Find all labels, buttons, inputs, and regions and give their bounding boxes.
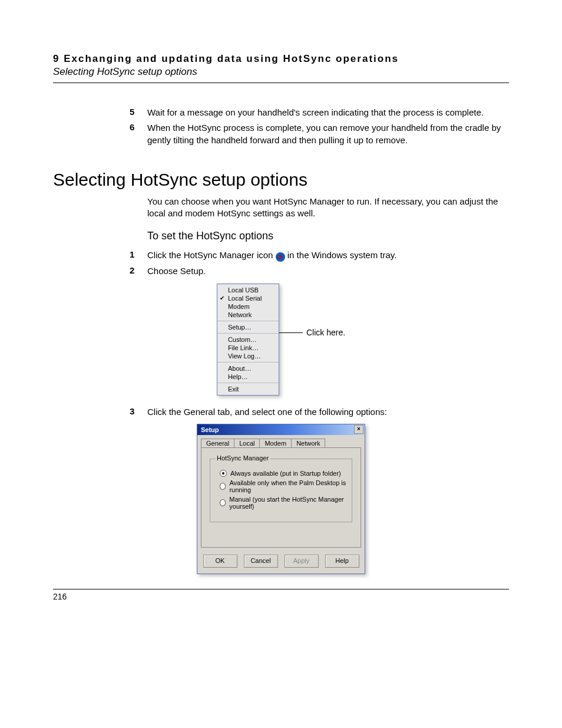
step-number: 2 [130, 265, 147, 275]
radio-option[interactable]: Manual (you start the HotSync Manager yo… [220, 496, 347, 510]
menu-item[interactable]: File Link… [217, 344, 279, 352]
menu-item[interactable]: ✔Local Serial [217, 294, 279, 302]
menu-item-label: Exit [228, 386, 239, 393]
callout-label: Click here. [306, 328, 345, 337]
header-rule [53, 83, 509, 83]
hotsync-icon [276, 252, 285, 262]
tab-network[interactable]: Network [291, 439, 325, 447]
tab-modem[interactable]: Modem [259, 439, 292, 447]
menu-item[interactable]: View Log… [217, 352, 279, 360]
page-number: 216 [53, 592, 509, 601]
step-number: 6 [130, 122, 147, 132]
radio-option[interactable]: Available only when the Palm Desktop is … [220, 479, 347, 493]
menu-item-label: Network [228, 311, 252, 318]
menu-item[interactable]: Setup… [217, 323, 279, 331]
step-text: Click the HotSync Manager icon in the Wi… [147, 249, 396, 262]
radio-option[interactable]: Always available (put in Startup folder) [220, 470, 347, 477]
step-text: When the HotSync process is complete, yo… [147, 122, 509, 146]
close-icon[interactable]: × [354, 425, 363, 434]
subheading: To set the HotSync options [147, 230, 509, 242]
check-icon: ✔ [220, 295, 224, 301]
menu-item-label: View Log… [228, 353, 261, 360]
menu-item[interactable]: About… [217, 364, 279, 373]
menu-item-label: Setup… [228, 324, 252, 331]
callout-line [279, 332, 303, 333]
menu-item-label: Local Serial [228, 295, 262, 302]
dialog-titlebar[interactable]: Setup × [197, 424, 365, 435]
menu-item[interactable]: Modem [217, 302, 279, 311]
menu-item-label: About… [228, 365, 252, 372]
ok-button[interactable]: OK [203, 555, 237, 568]
chapter-title: 9 Exchanging and updating data using Hot… [53, 53, 509, 65]
section-subtitle: Selecting HotSync setup options [53, 66, 509, 78]
intro-paragraph: You can choose when you want HotSync Man… [147, 196, 509, 220]
context-menu: Local USB✔Local SerialModemNetworkSetup…… [217, 284, 279, 396]
menu-item[interactable]: Custom… [217, 335, 279, 344]
tab-general[interactable]: General [201, 439, 234, 447]
tabs-row: GeneralLocalModemNetwork [197, 435, 365, 447]
step-text: Click the General tab, and select one of… [147, 406, 387, 418]
fieldset-legend: HotSync Manager [215, 454, 270, 462]
tab-panel: HotSync Manager Always available (put in… [201, 447, 361, 548]
step-3: 3 Click the General tab, and select one … [130, 406, 509, 418]
tab-local[interactable]: Local [234, 439, 260, 447]
step-number: 1 [130, 249, 147, 259]
radio-icon[interactable] [220, 470, 227, 477]
menu-item-label: File Link… [228, 344, 259, 351]
top-steps: 5 Wait for a message on your handheld's … [130, 107, 509, 146]
radio-icon[interactable] [220, 483, 226, 490]
menu-item-label: Help… [228, 373, 248, 380]
menu-item-label: Local USB [228, 286, 259, 294]
radio-label: Always available (put in Startup folder) [230, 470, 341, 477]
dialog-button-row: OKCancelApplyHelp [197, 551, 365, 574]
menu-item[interactable]: Exit [217, 385, 279, 393]
step-number: 5 [130, 107, 147, 117]
menu-item[interactable]: Help… [217, 373, 279, 381]
radio-label: Manual (you start the HotSync Manager yo… [229, 496, 347, 510]
section-heading: Selecting HotSync setup options [53, 170, 509, 190]
cancel-button[interactable]: Cancel [244, 555, 278, 568]
fieldset-hotsync-manager: HotSync Manager Always available (put in… [210, 459, 352, 522]
menu-item[interactable]: Network [217, 311, 279, 319]
menu-item-label: Modem [228, 303, 250, 310]
step-number: 3 [130, 406, 147, 416]
step-text-pre: Click the HotSync Manager icon [147, 250, 276, 260]
step-text-post: in the Windows system tray. [285, 250, 397, 260]
radio-icon[interactable] [220, 499, 226, 506]
radio-label: Available only when the Palm Desktop is … [229, 479, 347, 493]
dialog-title: Setup [201, 426, 219, 433]
step-text: Wait for a message on your handheld's sc… [147, 107, 484, 118]
option-steps: 1 Click the HotSync Manager icon in the … [130, 249, 509, 277]
footer-rule [53, 589, 509, 589]
apply-button: Apply [285, 555, 319, 568]
setup-dialog: Setup × GeneralLocalModemNetwork HotSync… [197, 424, 365, 574]
menu-item-label: Custom… [228, 336, 257, 343]
step-text: Choose Setup. [147, 265, 206, 277]
menu-item[interactable]: Local USB [217, 286, 279, 294]
help-button[interactable]: Help [325, 555, 359, 568]
